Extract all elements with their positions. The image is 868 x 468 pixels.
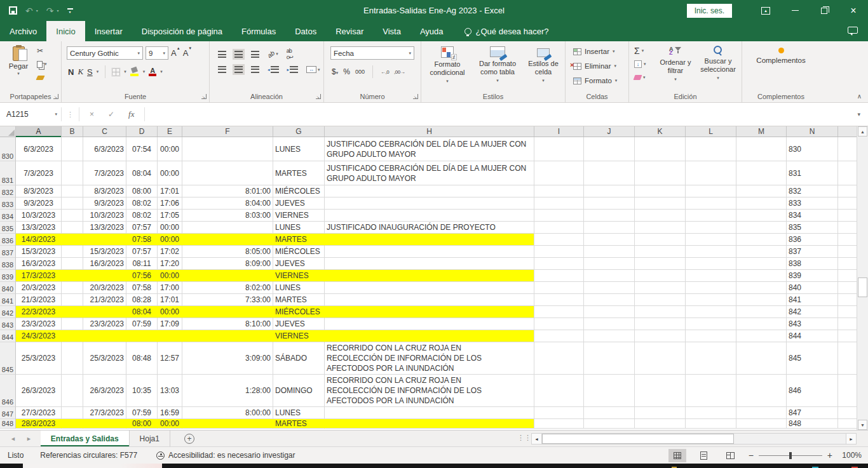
cell-F837[interactable]: 8:05:00 [182, 246, 273, 258]
cell-L836[interactable] [686, 234, 736, 246]
font-color-dropdown-icon[interactable]: ▾ [160, 69, 163, 74]
cell-K845[interactable] [635, 342, 686, 375]
formula-input[interactable] [145, 103, 850, 126]
cell-B838[interactable] [62, 258, 83, 270]
row-header-833[interactable]: 833 [0, 197, 16, 210]
cell-M848[interactable] [736, 419, 787, 429]
row-header-831[interactable]: 831 [0, 161, 16, 185]
format-as-table-button[interactable]: Dar formato como tabla▾ [472, 46, 523, 84]
sheet-tab-entradas-y-salidas[interactable]: Entradas y Salidas [41, 431, 130, 446]
name-box-dropdown-icon[interactable]: ▾ [55, 112, 57, 117]
cell-G835[interactable]: LUNES [273, 222, 325, 234]
cell-L841[interactable] [686, 294, 736, 306]
cell-H839[interactable] [325, 270, 534, 282]
font-dialog-launcher-icon[interactable] [201, 94, 207, 99]
zoom-slider[interactable] [759, 455, 822, 456]
italic-button[interactable]: K [78, 67, 83, 77]
cell-H840[interactable] [325, 282, 534, 294]
cell-A838[interactable]: 16/3/2023 [16, 258, 62, 270]
row-header-846[interactable]: 846 [0, 375, 16, 407]
cell-I839[interactable] [534, 270, 584, 282]
minimize-button[interactable] [780, 0, 810, 21]
cell-B833[interactable] [62, 197, 83, 210]
cell-G842[interactable]: MIÉRCOLES [273, 306, 325, 318]
cell-M841[interactable] [736, 294, 787, 306]
cell-F841[interactable]: 7:33:00 [182, 294, 273, 306]
cell-F843[interactable]: 8:10:00 [182, 318, 273, 330]
cell-stub[interactable] [838, 270, 857, 282]
cell-D842[interactable]: 08:04 [126, 306, 158, 318]
tab-revisar[interactable]: Revisar [326, 21, 373, 41]
cell-N848[interactable]: 848 [787, 419, 838, 429]
cell-F848[interactable] [182, 419, 273, 429]
align-bottom-button[interactable] [249, 49, 261, 60]
cell-A845[interactable]: 25/3/2023 [16, 342, 62, 375]
scroll-left-icon[interactable]: ◄ [532, 434, 542, 444]
cell-I838[interactable] [534, 258, 584, 270]
cell-J844[interactable] [584, 330, 635, 342]
cell-K841[interactable] [635, 294, 686, 306]
column-header-M[interactable]: M [736, 126, 787, 137]
cell-D848[interactable]: 08:00 [126, 419, 158, 429]
row-header-837[interactable]: 837 [0, 246, 16, 258]
cell-K831[interactable] [635, 161, 686, 185]
cell-E836[interactable]: 00:00 [158, 234, 182, 246]
cell-A846[interactable]: 26/3/2023 [16, 375, 62, 407]
name-box[interactable]: A1215▾ [0, 103, 61, 126]
tab-disposici-n-de-p-gina[interactable]: Disposición de página [132, 21, 232, 41]
page-layout-view-button[interactable] [695, 449, 713, 462]
cell-B831[interactable] [62, 161, 83, 185]
cell-F834[interactable]: 8:03:00 [182, 210, 273, 222]
cell-H836[interactable] [325, 234, 534, 246]
cell-L830[interactable] [686, 137, 736, 161]
cell-M831[interactable] [736, 161, 787, 185]
cell-K830[interactable] [635, 137, 686, 161]
cell-M842[interactable] [736, 306, 787, 318]
insert-function-icon[interactable]: fx [128, 109, 134, 119]
close-button[interactable]: × [839, 0, 868, 21]
sign-in-button[interactable]: Inic. ses. [687, 4, 732, 18]
cell-A839[interactable]: 17/3/2023 [16, 270, 62, 282]
cell-A841[interactable]: 21/3/2023 [16, 294, 62, 306]
cell-C839[interactable] [83, 270, 126, 282]
accessibility-status[interactable]: Accesibilidad: es necesario investigar [156, 451, 295, 460]
cell-N838[interactable]: 838 [787, 258, 838, 270]
cell-A835[interactable]: 13/3/2023 [16, 222, 62, 234]
cell-L837[interactable] [686, 246, 736, 258]
row-header-847[interactable]: 847 [0, 407, 16, 419]
cell-M835[interactable] [736, 222, 787, 234]
tab-f-rmulas[interactable]: Fórmulas [232, 21, 285, 41]
cell-M833[interactable] [736, 197, 787, 210]
cell-stub[interactable] [838, 185, 857, 197]
cell-E848[interactable]: 00:00 [158, 419, 182, 429]
cell-H845[interactable]: RECORRIDO CON LA CRUZ ROJA EN RECOLECCIÓ… [325, 342, 534, 375]
cell-A830[interactable]: 6/3/2023 [16, 137, 62, 161]
cell-E835[interactable]: 00:00 [158, 222, 182, 234]
cell-C841[interactable]: 21/3/2023 [83, 294, 126, 306]
row-header-844[interactable]: 844 [0, 330, 16, 342]
cell-stub[interactable] [838, 210, 857, 222]
cell-stub[interactable] [838, 375, 857, 407]
cell-D845[interactable]: 08:48 [126, 342, 158, 375]
cell-B846[interactable] [62, 375, 83, 407]
ribbon-display-options-button[interactable]: ▴ [751, 0, 780, 21]
horizontal-scrollbar[interactable]: ◄ ► [531, 433, 857, 445]
cell-A837[interactable]: 15/3/2023 [16, 246, 62, 258]
column-header-J[interactable]: J [584, 126, 635, 137]
cell-M845[interactable] [736, 342, 787, 375]
cell-K840[interactable] [635, 282, 686, 294]
paste-button[interactable]: Pegar ▾ [4, 45, 33, 90]
tab-scroll-grip-icon[interactable]: ⋮⋮ [517, 434, 531, 442]
cell-C843[interactable]: 23/3/2023 [83, 318, 126, 330]
cell-C844[interactable] [83, 330, 126, 342]
cell-N840[interactable]: 840 [787, 282, 838, 294]
cell-G843[interactable]: JUEVES [273, 318, 325, 330]
column-header-B[interactable]: B [62, 126, 83, 137]
confirm-entry-icon[interactable]: ✓ [108, 110, 114, 119]
cell-L831[interactable] [686, 161, 736, 185]
cell-D847[interactable]: 07:59 [126, 407, 158, 419]
cell-C847[interactable]: 27/3/2023 [83, 407, 126, 419]
cell-H847[interactable] [325, 407, 534, 419]
tab-archivo[interactable]: Archivo [0, 21, 46, 41]
redo-icon[interactable]: ↷ [46, 6, 54, 15]
